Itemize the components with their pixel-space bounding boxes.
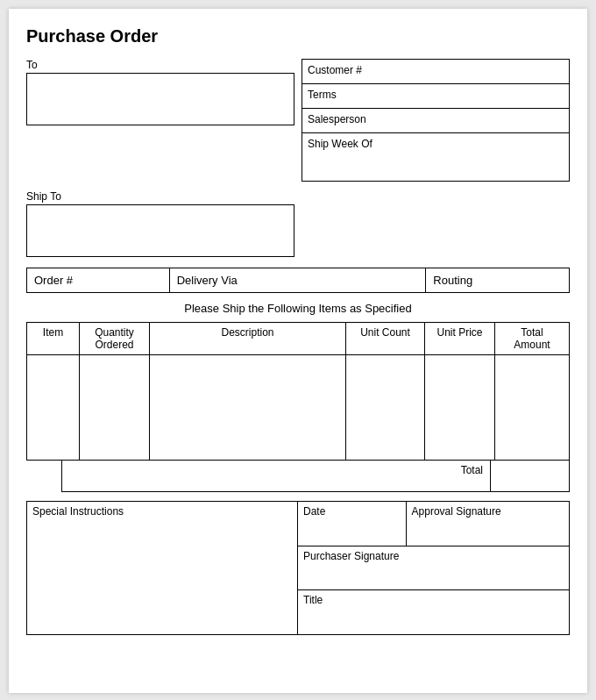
terms-field[interactable]: Terms — [302, 83, 570, 108]
unit-count-cell[interactable] — [346, 355, 425, 461]
ship-to-box[interactable] — [26, 204, 294, 257]
order-num-label: Order # — [34, 274, 73, 287]
table-header-row: Item QuantityOrdered Description Unit Co… — [27, 323, 570, 355]
ship-week-label: Ship Week Of — [308, 138, 372, 150]
bottom-section: Special Instructions Date Approval Signa… — [26, 501, 570, 635]
col-header-unit-price: Unit Price — [425, 323, 495, 355]
to-label: To — [26, 59, 294, 71]
quantity-cell[interactable] — [80, 355, 150, 461]
header-section: To Customer # Terms Salesperson Ship Wee… — [26, 59, 570, 182]
ship-week-field[interactable]: Ship Week Of — [302, 132, 570, 182]
total-value[interactable] — [491, 461, 570, 492]
right-fields: Customer # Terms Salesperson Ship Week O… — [302, 59, 570, 182]
purchase-order-page: Purchase Order To Customer # Terms Sales… — [9, 9, 587, 693]
table-row[interactable] — [27, 355, 570, 461]
approval-cell[interactable]: Approval Signature — [407, 502, 569, 546]
date-cell[interactable]: Date — [298, 502, 407, 546]
col-header-unit-count: Unit Count — [346, 323, 425, 355]
date-approval-row: Date Approval Signature — [298, 502, 569, 546]
items-table: Item QuantityOrdered Description Unit Co… — [26, 322, 570, 461]
title-label: Title — [303, 594, 323, 606]
description-cell[interactable] — [150, 355, 346, 461]
approval-signature-label: Approval Signature — [412, 505, 501, 518]
total-label: Total — [61, 461, 491, 492]
routing-label: Routing — [433, 274, 472, 287]
terms-label: Terms — [308, 89, 337, 101]
shipto-left: Ship To — [26, 190, 294, 257]
customer-field[interactable]: Customer # — [302, 59, 570, 83]
to-address-box[interactable] — [26, 73, 294, 125]
salesperson-label: Salesperson — [308, 113, 366, 125]
special-instructions-section[interactable]: Special Instructions — [27, 502, 298, 634]
col-header-description: Description — [150, 323, 346, 355]
item-cell[interactable] — [27, 355, 80, 461]
unit-price-cell[interactable] — [425, 355, 495, 461]
purchaser-signature-cell[interactable]: Purchaser Signature — [298, 546, 569, 590]
title-cell[interactable]: Title — [298, 590, 569, 634]
delivery-via-label: Delivery Via — [177, 274, 238, 287]
customer-label: Customer # — [308, 64, 362, 76]
shipto-section: Ship To — [26, 190, 570, 257]
instruction-text: Please Ship the Following Items as Speci… — [26, 302, 570, 315]
right-bottom-section: Date Approval Signature Purchaser Signat… — [298, 502, 569, 634]
special-instructions-label: Special Instructions — [32, 505, 292, 518]
shipto-right-empty — [302, 190, 570, 257]
order-bar: Order # Delivery Via Routing — [26, 268, 570, 293]
total-amount-cell[interactable] — [495, 355, 570, 461]
to-section: To — [26, 59, 294, 182]
salesperson-field[interactable]: Salesperson — [302, 108, 570, 132]
order-num-cell[interactable]: Order # — [27, 268, 170, 292]
date-label: Date — [303, 505, 325, 518]
page-title: Purchase Order — [26, 26, 570, 46]
purchaser-signature-label: Purchaser Signature — [303, 550, 399, 562]
routing-cell[interactable]: Routing — [426, 268, 569, 292]
col-header-item: Item — [27, 323, 80, 355]
total-row: Total — [26, 461, 570, 492]
ship-to-label: Ship To — [26, 190, 294, 203]
col-header-total-amount: TotalAmount — [495, 323, 570, 355]
delivery-via-cell[interactable]: Delivery Via — [170, 268, 427, 292]
col-header-quantity: QuantityOrdered — [80, 323, 150, 355]
